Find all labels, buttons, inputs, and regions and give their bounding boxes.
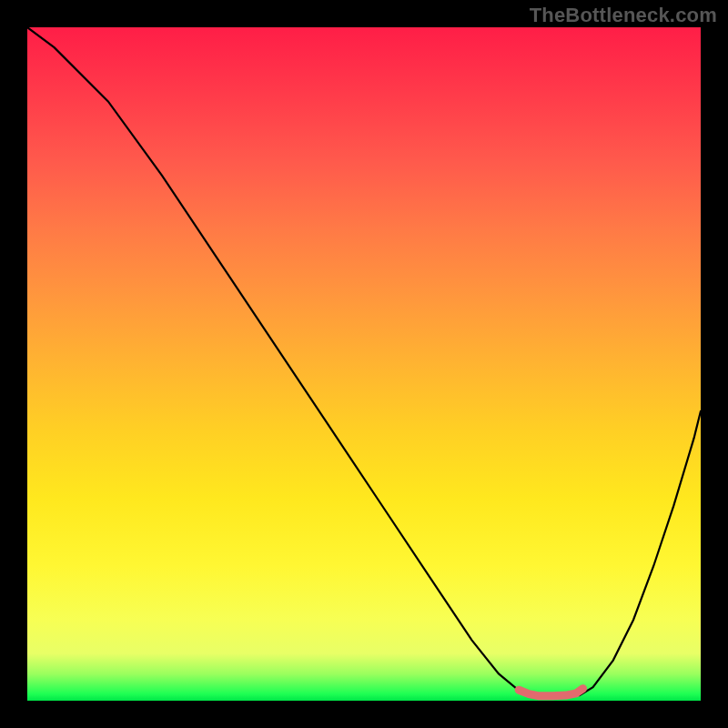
valley-highlight (519, 689, 582, 696)
plot-area (27, 27, 701, 701)
curve-overlay (27, 27, 701, 701)
left-curve (27, 27, 532, 695)
watermark-label: TheBottleneck.com (530, 4, 717, 27)
right-curve (580, 411, 701, 695)
chart-frame: TheBottleneck.com (0, 0, 728, 728)
